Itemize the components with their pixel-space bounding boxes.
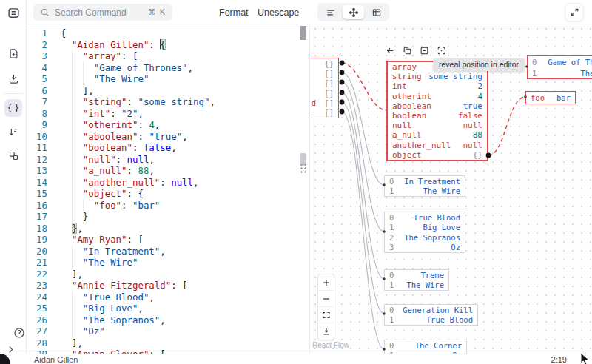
code-line[interactable]: "The Wire" (61, 73, 299, 85)
line-number: 22 (27, 269, 47, 280)
line-number: 1 (27, 27, 47, 39)
indent-guide (72, 85, 73, 97)
code-line[interactable]: ], (61, 337, 299, 349)
indent-guide (72, 119, 73, 131)
code-content[interactable]: { "Aidan Gillen": { "array": [ "Game of … (61, 27, 299, 354)
fit-view-button[interactable] (318, 307, 334, 323)
indent-guide (83, 62, 84, 74)
code-line[interactable]: "Big Love", (61, 303, 299, 314)
graph-node-amy[interactable]: 0In Treatment1The Wire (384, 175, 465, 197)
code-line[interactable]: "null": null, (61, 154, 299, 166)
graph-node-main[interactable]: array[]stringsome stringint2otherint4abo… (386, 61, 488, 161)
sidebar-separator (4, 93, 23, 94)
line-number: 29 (27, 348, 47, 354)
flow-view-button[interactable] (343, 5, 364, 19)
line-number: 5 (27, 73, 47, 85)
list-view-button[interactable] (320, 5, 341, 19)
node-row: 1The Wire (385, 280, 448, 291)
json-editor-icon[interactable] (4, 99, 22, 117)
header: Search Command ⌘ K Format Unescape (27, 0, 592, 24)
code-line[interactable]: "Game of Thrones", (61, 62, 299, 74)
graph-node-annie[interactable]: 0True Blood1Big Love2The Sopranos3Oz (384, 212, 465, 253)
transform-icon[interactable] (4, 123, 22, 141)
node-row: Alice Farmer[] (311, 107, 338, 117)
react-flow-attribution[interactable]: React Flow (312, 341, 349, 349)
node-row: Annie Fitzgerald[] (311, 78, 338, 88)
indent-guide (72, 96, 73, 108)
code-line[interactable]: ], (61, 85, 299, 97)
line-number: 9 (27, 119, 47, 131)
zoom-out-button[interactable] (318, 291, 334, 307)
code-line[interactable]: "otherint": 4, (61, 119, 299, 131)
graph-canvas[interactable]: Aidan Gillen{}Amy Ryan[]Annie Fitzgerald… (311, 24, 592, 354)
indent-guide (72, 154, 73, 166)
code-line[interactable]: { (61, 27, 299, 39)
code-line[interactable]: "array": [ (61, 50, 299, 62)
help-icon[interactable] (10, 324, 28, 342)
indent-guide (72, 188, 73, 200)
node-row: 0Treme (385, 270, 448, 280)
zoom-in-button[interactable] (318, 274, 334, 291)
download-image-button[interactable] (318, 323, 334, 340)
code-line[interactable]: "string": "some string", (61, 96, 299, 108)
format-button[interactable]: Format (219, 0, 249, 24)
fullscreen-button[interactable] (565, 3, 584, 21)
search-icon (40, 7, 50, 17)
code-line[interactable]: "a_null": 88, (61, 165, 299, 177)
list-view-icon (326, 7, 336, 18)
indent-guide (72, 246, 73, 257)
graph-node-root[interactable]: Aidan Gillen{}Amy Ryan[]Annie Fitzgerald… (311, 58, 339, 118)
line-number: 15 (27, 188, 47, 200)
line-number: 12 (27, 154, 47, 166)
copy-icon[interactable] (403, 46, 412, 55)
graph-node-alexander[interactable]: 0Generation Kill1True Blood (384, 304, 478, 326)
panel-resize-handle[interactable] (300, 163, 307, 173)
json-code-editor[interactable]: 1234567891011121314151617181920212223242… (27, 24, 310, 354)
indent-guide (72, 314, 73, 326)
code-line[interactable]: "boolean": false, (61, 142, 299, 154)
code-line[interactable]: }, (61, 223, 299, 235)
code-line[interactable]: "object": { (61, 188, 299, 200)
code-line[interactable]: "True Blood", (61, 291, 299, 303)
search-shortcut: ⌘ K (148, 7, 166, 17)
indent-guide (72, 73, 73, 85)
graph-node-anwan[interactable]: 0Treme1The Wire (384, 269, 449, 291)
search-command[interactable]: Search Command ⌘ K (33, 4, 172, 21)
code-line[interactable]: } (61, 211, 299, 223)
code-line[interactable]: "In Treatment", (61, 246, 299, 257)
line-number: 21 (27, 257, 47, 269)
new-file-icon[interactable] (4, 44, 22, 62)
compare-icon[interactable] (4, 146, 22, 164)
node-row: 1Big Love (385, 223, 465, 233)
unescape-button[interactable]: Unescape (258, 0, 299, 24)
code-line[interactable]: ], (61, 269, 299, 280)
code-line[interactable]: "Amy Ryan": [ (61, 234, 299, 246)
editor-scrollbar[interactable] (300, 26, 306, 40)
code-line[interactable]: "another_null": null, (61, 177, 299, 189)
focus-node-icon[interactable] (437, 46, 446, 55)
node-row: foobar (526, 92, 575, 104)
code-line[interactable]: "The Wire" (61, 257, 299, 269)
graph-node-foo[interactable]: foobar (525, 91, 576, 104)
fullscreen-icon (570, 7, 579, 17)
node-toolbar (386, 46, 446, 55)
back-icon[interactable] (386, 46, 395, 55)
line-number: 7 (27, 96, 47, 108)
code-line[interactable]: "Anwan Glover": [ (61, 348, 299, 354)
code-line[interactable]: "Oz" (61, 326, 299, 337)
node-row: another_nullnull (388, 141, 487, 150)
code-line[interactable]: "Aidan Gillen": { (61, 39, 299, 51)
code-line[interactable]: "The Sopranos", (61, 314, 299, 326)
table-view-button[interactable] (366, 5, 387, 19)
graph-node-got[interactable]: 0Game of Thrones1The Wire (527, 55, 592, 79)
code-line[interactable]: "foo": "bar" (61, 200, 299, 212)
graph-node-alice[interactable]: 0The Corner1Oz (384, 340, 467, 354)
code-line[interactable]: "Annie Fitzgerald": [ (61, 280, 299, 291)
collapse-node-icon[interactable] (420, 46, 429, 55)
code-line[interactable]: "aboolean": "true", (61, 131, 299, 143)
line-number: 11 (27, 142, 47, 154)
download-icon[interactable] (4, 70, 22, 87)
node-row: 0The Corner (385, 340, 466, 351)
app-logo-icon[interactable] (4, 4, 22, 21)
code-line[interactable]: "int": "2", (61, 108, 299, 120)
